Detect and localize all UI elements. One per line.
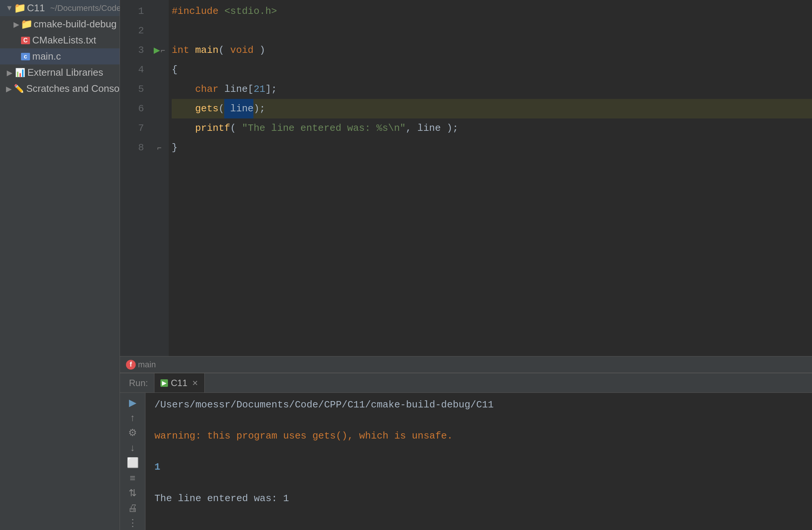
indent-7 bbox=[172, 118, 195, 138]
brace-close-8: } bbox=[172, 138, 178, 157]
run-play-button[interactable]: ▶ bbox=[123, 396, 142, 409]
run-output[interactable]: /Users/moessr/Documents/Code/CPP/C11/cma… bbox=[145, 393, 812, 530]
run-toolbar: ▶ ↑ ⚙ ↓ ⬜ ≡ ⇅ 🖨 ⋮ bbox=[120, 393, 145, 530]
run-print-button[interactable]: 🖨 bbox=[123, 502, 142, 515]
status-function-badge: f main bbox=[126, 360, 156, 370]
sidebar-label-main-c: main.c bbox=[32, 51, 61, 62]
fold-gutter-3[interactable]: ⌐ bbox=[161, 46, 165, 55]
run-sort-button[interactable]: ⇅ bbox=[123, 486, 142, 500]
run-stop-button[interactable]: ⬜ bbox=[123, 456, 142, 470]
fold-gutter-8[interactable]: ⌐ bbox=[157, 144, 162, 152]
sidebar-label-cmake-build: cmake-build-debug bbox=[34, 18, 117, 30]
output-result: The line entered was: 1 bbox=[154, 491, 803, 507]
main-container: ▼ 📁 C11 ~/Documents/Code/CPP/C11 ▶ 📁 cma… bbox=[0, 0, 812, 530]
line-num-4: 4 bbox=[120, 60, 144, 79]
run-tab-icon: ▶ bbox=[160, 379, 168, 387]
paren-close-3: ) bbox=[253, 40, 265, 60]
code-content[interactable]: #include <stdio.h> int main( void ) { ch… bbox=[169, 0, 812, 356]
line-num-8: 8 bbox=[120, 138, 144, 157]
indent-6 bbox=[172, 99, 195, 118]
code-line-4: { bbox=[172, 60, 812, 79]
output-path: /Users/moessr/Documents/Code/CPP/C11/cma… bbox=[154, 397, 803, 413]
f-badge: f bbox=[126, 360, 136, 370]
sidebar-item-cmake-build-debug[interactable]: ▶ 📁 cmake-build-debug bbox=[0, 16, 120, 32]
fn-main-3: main bbox=[195, 40, 218, 60]
gutter: ▶ ⌐ ⌐ bbox=[150, 0, 169, 356]
expand-arrow-c11[interactable]: ▼ bbox=[6, 5, 13, 12]
gutter-line-1 bbox=[150, 1, 169, 21]
run-gutter-icon[interactable]: ▶ bbox=[154, 45, 160, 55]
code-line-2 bbox=[172, 21, 812, 40]
code-line-5: char line[21]; bbox=[172, 79, 812, 99]
editor-area: 1 2 3 4 5 6 7 8 ▶ ⌐ bbox=[120, 0, 812, 530]
ext-libraries-icon: 📊 bbox=[15, 68, 25, 78]
output-input: 1 bbox=[154, 460, 803, 475]
paren-6b: ); bbox=[253, 99, 265, 118]
cmake-file-icon: C bbox=[21, 37, 30, 44]
sidebar-item-scratches[interactable]: ▶ ✏️ Scratches and Consoles bbox=[0, 81, 120, 97]
indent-5 bbox=[172, 79, 195, 99]
sidebar-item-main-c[interactable]: c main.c bbox=[0, 48, 120, 64]
gutter-line-4 bbox=[150, 60, 169, 79]
code-line-1: #include <stdio.h> bbox=[172, 1, 812, 21]
run-list-button[interactable]: ≡ bbox=[123, 471, 142, 485]
run-panel-content: ▶ ↑ ⚙ ↓ ⬜ ≡ ⇅ 🖨 ⋮ /Users/moessr/Document… bbox=[120, 393, 812, 530]
sidebar-item-external-libraries[interactable]: ▶ 📊 External Libraries bbox=[0, 64, 120, 81]
kw-int-3: int bbox=[172, 40, 195, 60]
kw-void-3: void bbox=[230, 40, 253, 60]
code-editor[interactable]: 1 2 3 4 5 6 7 8 ▶ ⌐ bbox=[120, 0, 812, 356]
code-line-7: printf( "The line entered was: %s\n", li… bbox=[172, 118, 812, 138]
line-num-7: 7 bbox=[120, 118, 144, 138]
sidebar-label-ext-libraries: External Libraries bbox=[27, 67, 103, 78]
param-line-6: line bbox=[224, 99, 253, 118]
expand-arrow-cmake[interactable]: ▶ bbox=[13, 21, 19, 28]
gutter-line-3[interactable]: ▶ ⌐ bbox=[150, 40, 169, 60]
gutter-line-8[interactable]: ⌐ bbox=[150, 138, 169, 157]
line-num-1: 1 bbox=[120, 1, 144, 21]
line-num-6: 6 bbox=[120, 99, 144, 118]
fn-gets-6: gets bbox=[195, 99, 218, 118]
run-tab-close[interactable]: ✕ bbox=[192, 379, 198, 388]
expand-arrow-scratches[interactable]: ▶ bbox=[6, 85, 12, 92]
sidebar-label-cmakelists: CMakeLists.txt bbox=[32, 34, 96, 46]
line-num-3: 3 bbox=[120, 40, 144, 60]
run-tab-c11[interactable]: ▶ C11 ✕ bbox=[154, 373, 205, 392]
sidebar: ▼ 📁 C11 ~/Documents/Code/CPP/C11 ▶ 📁 cma… bbox=[0, 0, 120, 530]
sidebar-item-cmakelists[interactable]: C CMakeLists.txt bbox=[0, 32, 120, 48]
sidebar-label-c11: C11 bbox=[27, 2, 45, 14]
line-numbers: 1 2 3 4 5 6 7 8 bbox=[120, 0, 150, 356]
line-num-5: 5 bbox=[120, 79, 144, 99]
status-function-name: main bbox=[138, 360, 156, 370]
code-7b: , line ); bbox=[406, 118, 458, 138]
code-5c: ]; bbox=[265, 79, 277, 99]
editor-status-bar: f main bbox=[120, 356, 812, 373]
run-panel-tabs: Run: ▶ C11 ✕ bbox=[120, 373, 812, 393]
scratches-icon: ✏️ bbox=[14, 84, 24, 94]
directive-1: #include bbox=[172, 1, 224, 21]
gutter-line-7 bbox=[150, 118, 169, 138]
line-num-2: 2 bbox=[120, 21, 144, 40]
paren-6a: ( bbox=[219, 99, 225, 118]
output-warning: warning: this program uses gets(), which… bbox=[154, 428, 803, 444]
fn-printf-7: printf bbox=[195, 118, 230, 138]
sidebar-item-c11[interactable]: ▼ 📁 C11 ~/Documents/Code/CPP/C11 bbox=[0, 0, 120, 16]
run-label: Run: bbox=[123, 378, 154, 388]
expand-arrow-ext-libs[interactable]: ▶ bbox=[6, 69, 13, 76]
run-settings-button[interactable]: ⚙ bbox=[123, 426, 142, 439]
gutter-line-2 bbox=[150, 21, 169, 40]
gutter-line-5 bbox=[150, 79, 169, 99]
run-tab-label: C11 bbox=[171, 378, 187, 388]
code-line-3: int main( void ) bbox=[172, 40, 812, 60]
gutter-line-6 bbox=[150, 99, 169, 118]
run-up-button[interactable]: ↑ bbox=[123, 411, 142, 424]
folder-icon-cmake: 📁 bbox=[22, 21, 31, 28]
sidebar-label-scratches: Scratches and Consoles bbox=[26, 83, 132, 94]
run-down-button[interactable]: ↓ bbox=[123, 441, 142, 455]
num-21: 21 bbox=[253, 79, 265, 99]
paren-open-3: ( bbox=[219, 40, 230, 60]
paren-7a: ( bbox=[230, 118, 242, 138]
c-file-icon: c bbox=[21, 53, 30, 60]
run-more-button[interactable]: ⋮ bbox=[123, 517, 142, 530]
run-panel: Run: ▶ C11 ✕ ▶ ↑ ⚙ ↓ ⬜ ≡ bbox=[120, 373, 812, 530]
brace-open-4: { bbox=[172, 60, 178, 79]
